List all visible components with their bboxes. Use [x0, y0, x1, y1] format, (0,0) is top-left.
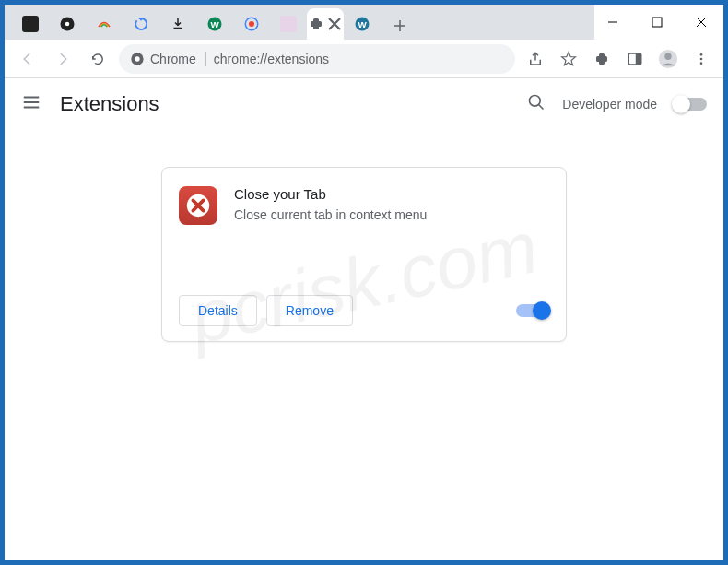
svg-text:W: W [358, 19, 367, 29]
bookmark-icon[interactable] [556, 46, 581, 72]
svg-text:W: W [210, 19, 219, 29]
tab-2[interactable] [49, 8, 86, 40]
developer-mode-label: Developer mode [562, 97, 657, 112]
maximize-button[interactable] [635, 5, 679, 40]
tab-6[interactable]: W [196, 8, 233, 40]
extension-enabled-toggle[interactable] [516, 304, 549, 317]
svg-rect-12 [636, 53, 641, 65]
extensions-header: Extensions Developer mode [5, 78, 723, 130]
remove-button[interactable]: Remove [266, 295, 353, 326]
page-title: Extensions [60, 92, 159, 116]
tab-8[interactable] [270, 8, 307, 40]
address-bar[interactable]: Chrome chrome://extensions [119, 44, 515, 74]
new-tab-button[interactable] [386, 12, 414, 40]
hamburger-icon[interactable] [21, 92, 41, 116]
minimize-button[interactable] [591, 5, 635, 40]
extension-card: Close your Tab Close current tab in cont… [161, 167, 567, 342]
chrome-chip-label: Chrome [150, 52, 196, 66]
chrome-chip: Chrome [130, 52, 206, 66]
chrome-icon [130, 52, 145, 66]
tab-strip: W W [5, 5, 594, 40]
svg-point-16 [700, 57, 703, 60]
tab-4[interactable] [123, 8, 159, 40]
url-text: chrome://extensions [214, 52, 329, 66]
svg-point-1 [65, 22, 70, 27]
share-icon[interactable] [523, 46, 548, 72]
menu-icon[interactable] [688, 46, 714, 72]
svg-point-15 [700, 53, 703, 56]
back-button[interactable] [14, 45, 41, 73]
svg-rect-8 [652, 18, 662, 27]
tab-5[interactable] [159, 8, 196, 40]
tab-3[interactable] [86, 8, 123, 40]
tab-7[interactable] [233, 8, 270, 40]
search-icon[interactable] [527, 93, 546, 115]
tab-10[interactable]: W [344, 8, 381, 40]
developer-mode-toggle[interactable] [674, 98, 707, 111]
extension-app-icon [179, 186, 217, 225]
close-window-button[interactable] [679, 5, 723, 40]
svg-point-5 [249, 21, 254, 27]
svg-point-17 [700, 62, 703, 65]
tab-1[interactable] [12, 8, 49, 40]
profile-icon[interactable] [655, 46, 681, 72]
sidepanel-icon[interactable] [622, 46, 648, 72]
extension-description: Close current tab in context menu [234, 207, 549, 222]
tab-active-extensions[interactable] [307, 8, 344, 40]
extension-name: Close your Tab [234, 186, 549, 202]
extensions-icon[interactable] [589, 46, 615, 72]
close-icon[interactable] [326, 16, 343, 32]
puzzle-icon [308, 16, 324, 32]
reload-button[interactable] [84, 45, 112, 73]
svg-point-18 [530, 96, 541, 107]
svg-point-14 [664, 53, 671, 59]
forward-button[interactable] [49, 45, 76, 73]
svg-point-10 [135, 56, 139, 61]
extensions-list: Close your Tab Close current tab in cont… [5, 130, 723, 379]
details-button[interactable]: Details [179, 295, 257, 326]
browser-toolbar: Chrome chrome://extensions [5, 40, 723, 78]
window-controls [591, 5, 723, 40]
